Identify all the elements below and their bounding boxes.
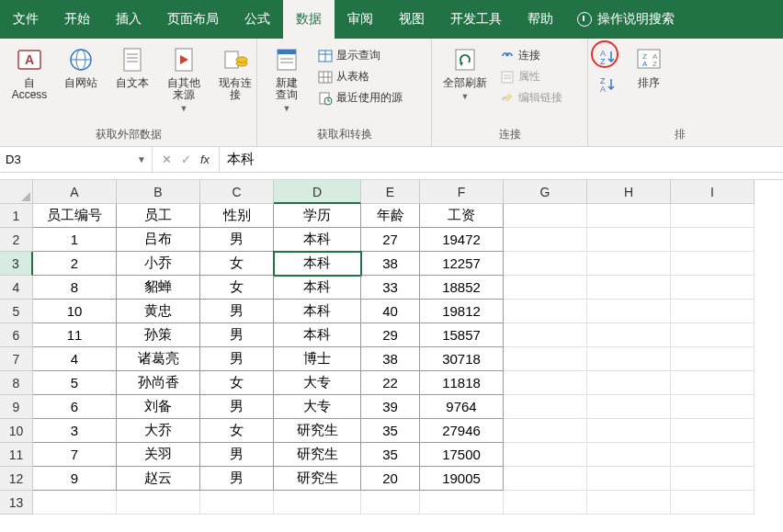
cell-D7[interactable]: 博士: [274, 347, 361, 371]
from-table-button[interactable]: 从表格: [314, 67, 406, 86]
cell-I11[interactable]: [671, 443, 755, 467]
tab-data[interactable]: 数据: [283, 0, 335, 39]
cell-A8[interactable]: 5: [33, 371, 117, 395]
cell-D10[interactable]: 研究生: [274, 419, 361, 443]
tab-help[interactable]: 帮助: [515, 0, 566, 39]
cell-A11[interactable]: 7: [33, 443, 117, 467]
cell-E12[interactable]: 20: [361, 467, 420, 491]
cell-H11[interactable]: [587, 443, 671, 467]
cell-E3[interactable]: 38: [361, 252, 420, 276]
cell-B1[interactable]: 员工: [117, 204, 200, 228]
existing-conn-button[interactable]: 现有连接: [211, 42, 259, 103]
cell-B9[interactable]: 刘备: [117, 395, 200, 419]
cell-D1[interactable]: 学历: [274, 204, 361, 228]
cell-F9[interactable]: 9764: [420, 395, 504, 419]
cell-A5[interactable]: 10: [33, 300, 117, 323]
col-header-E[interactable]: E: [361, 180, 420, 204]
cell-F11[interactable]: 17500: [420, 443, 504, 467]
row-header[interactable]: 13: [0, 491, 33, 515]
row-header[interactable]: 1: [0, 204, 33, 228]
cell-B12[interactable]: 赵云: [117, 467, 200, 491]
tab-dev[interactable]: 开发工具: [437, 0, 515, 39]
cell-C5[interactable]: 男: [200, 300, 274, 323]
cell-F4[interactable]: 18852: [420, 276, 504, 300]
cell-F5[interactable]: 19812: [420, 300, 504, 323]
connections-button[interactable]: 连接: [496, 46, 566, 65]
cell-I12[interactable]: [671, 467, 755, 491]
cell-I9[interactable]: [671, 395, 755, 419]
cell-G13[interactable]: [504, 491, 587, 515]
sort-desc-button[interactable]: ZA: [596, 74, 619, 96]
cell-E13[interactable]: [361, 491, 420, 515]
cell-E10[interactable]: 35: [361, 419, 420, 443]
tab-view[interactable]: 视图: [386, 0, 437, 39]
row-header[interactable]: 8: [0, 371, 33, 395]
cell-A2[interactable]: 1: [33, 228, 117, 252]
cell-F1[interactable]: 工资: [420, 204, 504, 228]
cell-B4[interactable]: 貂蝉: [117, 276, 200, 300]
cell-B5[interactable]: 黄忠: [117, 300, 200, 323]
cell-G6[interactable]: [504, 323, 587, 347]
cell-G9[interactable]: [504, 395, 587, 419]
cell-G11[interactable]: [504, 443, 587, 467]
cell-D3[interactable]: 本科: [274, 252, 361, 276]
cell-H5[interactable]: [587, 300, 671, 323]
cell-F13[interactable]: [420, 491, 504, 515]
cell-H4[interactable]: [587, 276, 671, 300]
cell-C10[interactable]: 女: [200, 419, 274, 443]
tab-layout[interactable]: 页面布局: [154, 0, 232, 39]
cell-C3[interactable]: 女: [200, 252, 274, 276]
cell-E11[interactable]: 35: [361, 443, 420, 467]
cell-H10[interactable]: [587, 419, 671, 443]
cell-G8[interactable]: [504, 371, 587, 395]
from-web-button[interactable]: 自网站: [57, 42, 105, 91]
cell-B2[interactable]: 吕布: [117, 228, 200, 252]
cell-A10[interactable]: 3: [33, 419, 117, 443]
row-header[interactable]: 12: [0, 467, 33, 491]
cell-I7[interactable]: [671, 347, 755, 371]
cell-F12[interactable]: 19005: [420, 467, 504, 491]
cell-D8[interactable]: 大专: [274, 371, 361, 395]
name-box-input[interactable]: [6, 153, 97, 166]
cell-C8[interactable]: 女: [200, 371, 274, 395]
col-header-H[interactable]: H: [587, 180, 671, 204]
cell-I6[interactable]: [671, 323, 755, 347]
from-access-button[interactable]: A 自 Access: [6, 42, 53, 103]
row-header[interactable]: 4: [0, 276, 33, 300]
tab-home[interactable]: 开始: [51, 0, 103, 39]
cell-G2[interactable]: [504, 228, 587, 252]
tab-formulas[interactable]: 公式: [232, 0, 283, 39]
col-header-G[interactable]: G: [504, 180, 587, 204]
cell-G10[interactable]: [504, 419, 587, 443]
row-header[interactable]: 10: [0, 419, 33, 443]
cell-B6[interactable]: 孙策: [117, 323, 200, 347]
cell-G5[interactable]: [504, 300, 587, 323]
row-header[interactable]: 2: [0, 228, 33, 252]
cell-D13[interactable]: [274, 491, 361, 515]
cell-I8[interactable]: [671, 371, 755, 395]
cell-B8[interactable]: 孙尚香: [117, 371, 200, 395]
col-header-A[interactable]: A: [33, 180, 117, 204]
cell-A1[interactable]: 员工编号: [33, 204, 117, 228]
cell-I5[interactable]: [671, 300, 755, 323]
cell-F10[interactable]: 27946: [420, 419, 504, 443]
cell-H1[interactable]: [587, 204, 671, 228]
row-header[interactable]: 9: [0, 395, 33, 419]
cell-B11[interactable]: 关羽: [117, 443, 200, 467]
cell-C11[interactable]: 男: [200, 443, 274, 467]
cell-D9[interactable]: 大专: [274, 395, 361, 419]
cell-H3[interactable]: [587, 252, 671, 276]
cell-H6[interactable]: [587, 323, 671, 347]
cell-B3[interactable]: 小乔: [117, 252, 200, 276]
cell-A13[interactable]: [33, 491, 117, 515]
cell-C12[interactable]: 男: [200, 467, 274, 491]
sort-asc-button[interactable]: AZ: [596, 46, 619, 68]
from-text-button[interactable]: 自文本: [108, 42, 156, 91]
cell-B13[interactable]: [117, 491, 200, 515]
cell-D5[interactable]: 本科: [274, 300, 361, 323]
cell-A9[interactable]: 6: [33, 395, 117, 419]
cell-F8[interactable]: 11818: [420, 371, 504, 395]
cell-C1[interactable]: 性别: [200, 204, 274, 228]
cell-D12[interactable]: 研究生: [274, 467, 361, 491]
cell-A7[interactable]: 4: [33, 347, 117, 371]
